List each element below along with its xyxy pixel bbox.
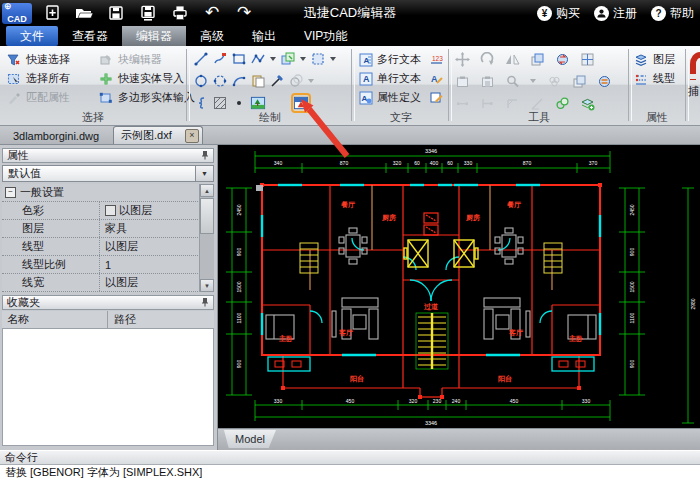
svg-text:A: A [363, 74, 370, 84]
multiline-text-label: 多行文本 [377, 52, 421, 67]
copy-dropdown[interactable] [300, 57, 306, 61]
copy-entities-icon[interactable] [280, 51, 296, 67]
hatch-tool-icon[interactable] [212, 95, 228, 111]
ellipse-tool-icon[interactable] [212, 73, 228, 89]
insert-raster-image-button[interactable] [293, 95, 309, 111]
clipboard-icon[interactable] [454, 73, 470, 89]
select-all-button[interactable]: 选择所有 [6, 69, 98, 88]
scroll-thumb[interactable] [200, 198, 214, 234]
rectangle-tool-icon[interactable] [231, 51, 247, 67]
drawing-canvas[interactable]: 3346 340 870 320 60 400 60 330 870 370 2… [218, 145, 700, 428]
dim-linear-icon[interactable] [454, 95, 470, 111]
block-editor-button[interactable]: 块编辑器 [98, 50, 186, 69]
property-group-row[interactable]: − 一般设置 [2, 184, 214, 202]
multiline-text-button[interactable]: A多行文本 [358, 52, 421, 68]
green-circles-icon[interactable] [554, 95, 570, 111]
pen-line-icon[interactable] [269, 73, 285, 89]
sketch-tool-icon[interactable] [212, 51, 228, 67]
quick-select-button[interactable]: 快速选择 [6, 50, 98, 69]
text-style-icon[interactable]: A [428, 71, 444, 87]
scroll-down-button[interactable]: ▼ [200, 279, 214, 292]
property-value[interactable]: 以图层 [100, 203, 214, 218]
layers-button[interactable]: 图层 [633, 50, 684, 69]
pin-icon[interactable] [201, 297, 209, 309]
rotate-tool-icon[interactable] [479, 51, 495, 67]
polygon-entity-input-button[interactable]: 多边形实体输入 [98, 88, 186, 107]
region-dropdown[interactable] [330, 57, 336, 61]
edit-attribute-icon[interactable] [428, 90, 444, 106]
buy-button[interactable]: ¥购买 [537, 5, 580, 22]
snap-magnet-icon[interactable] [688, 52, 700, 82]
quick-entity-import-button[interactable]: 快速实体导入 [98, 69, 186, 88]
linetype-button[interactable]: 线型 [633, 69, 684, 88]
dim-baseline-icon[interactable] [479, 95, 495, 111]
app-logo[interactable]: ⊕CAD [2, 3, 32, 24]
new-file-button[interactable] [40, 3, 64, 23]
region-tool-icon[interactable] [310, 51, 326, 67]
tile-windows-icon[interactable] [579, 51, 595, 67]
doc-tab-2[interactable]: 示例图.dxf × [113, 126, 203, 144]
pin-icon[interactable] [201, 150, 209, 162]
favorites-path-column[interactable]: 路径 [108, 312, 136, 327]
collapse-icon[interactable]: − [5, 187, 16, 198]
register-button[interactable]: 注册 [594, 5, 637, 22]
arc-tool-icon[interactable] [231, 73, 247, 89]
singleline-text-button[interactable]: A单行文本 [358, 71, 421, 87]
attribute-definition-button[interactable]: A属性定义 [358, 90, 421, 106]
close-tab-button[interactable]: × [185, 129, 199, 143]
cascade-windows-icon[interactable] [529, 51, 545, 67]
offset-dropdown[interactable] [308, 79, 314, 83]
paste-block-icon[interactable] [250, 73, 266, 89]
insert-image-icon[interactable] [250, 95, 266, 111]
corner-line-icon[interactable] [504, 95, 520, 111]
mirror-tool-icon[interactable] [504, 51, 520, 67]
undo-button[interactable]: ↶ [200, 3, 224, 23]
dropdown-arrow-icon[interactable]: ▼ [195, 166, 213, 181]
redo-button[interactable]: ↷ [232, 3, 256, 23]
menu-output[interactable]: 输出 [238, 26, 290, 46]
model-tab[interactable]: Model [224, 430, 276, 448]
circle-tool-icon[interactable] [193, 73, 209, 89]
menu-vip[interactable]: VIP功能 [290, 26, 361, 46]
tools-group-label: 工具 [450, 110, 628, 125]
favorites-name-column[interactable]: 名称 [2, 311, 108, 328]
properties-scrollbar[interactable]: ▲ ▼ [199, 184, 214, 292]
property-value[interactable]: 家具 [100, 221, 214, 236]
menu-editor[interactable]: 编辑器 [122, 26, 186, 46]
line-tool-icon[interactable] [193, 51, 209, 67]
spline-tool-icon[interactable] [193, 95, 209, 111]
polyline-tool-icon[interactable] [250, 51, 266, 67]
match-properties-button[interactable]: 匹配属性 [6, 88, 98, 107]
menu-file[interactable]: 文件 [6, 26, 58, 46]
offset-tool-icon[interactable] [288, 73, 304, 89]
clipboard-paste-icon[interactable] [479, 73, 495, 89]
sync-view-icon[interactable] [554, 51, 570, 67]
save-as-button[interactable] [136, 3, 160, 23]
block-editor-label: 块编辑器 [118, 52, 162, 67]
point-tool-icon[interactable] [231, 95, 247, 111]
text-scale-icon[interactable]: 123 [428, 52, 444, 68]
favorites-list[interactable] [2, 328, 214, 446]
menu-advanced[interactable]: 高级 [186, 26, 238, 46]
save-button[interactable] [104, 3, 128, 23]
flower-gray-icon[interactable] [546, 73, 562, 89]
print-button[interactable] [168, 3, 192, 23]
polyline-dropdown[interactable] [270, 57, 276, 61]
open-file-button[interactable] [72, 3, 96, 23]
move-tool-icon[interactable] [454, 51, 470, 67]
sync-view2-icon[interactable] [596, 73, 612, 89]
property-value[interactable]: 以图层 [100, 239, 214, 254]
property-value[interactable]: 以图层 [100, 275, 214, 290]
help-button[interactable]: ?帮助 [651, 5, 694, 22]
command-output[interactable]: 替换 [GBENOR] 字体为 [SIMPLEX.SHX] [0, 465, 700, 479]
scroll-up-button[interactable]: ▲ [200, 184, 214, 197]
zoom-tool-icon[interactable] [504, 73, 520, 89]
cascade-windows2-icon[interactable] [571, 73, 587, 89]
preset-dropdown[interactable]: 默认值 ▼ [2, 165, 214, 182]
zoom-dropdown[interactable] [530, 79, 536, 83]
doc-tab-1[interactable]: 3dlamborgini.dwg [0, 126, 112, 145]
corner-line2-icon[interactable] [529, 95, 545, 111]
property-value[interactable]: 1 [100, 259, 214, 271]
add-layer-icon[interactable] [579, 95, 595, 111]
menu-viewer[interactable]: 查看器 [58, 26, 122, 46]
